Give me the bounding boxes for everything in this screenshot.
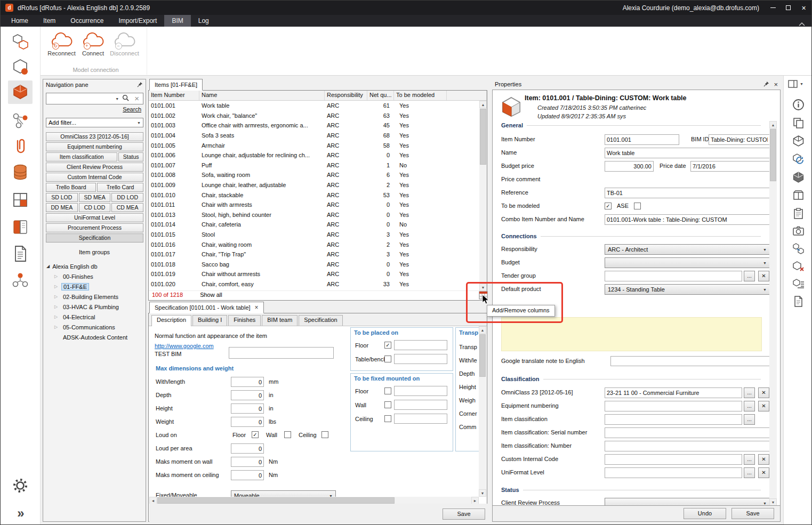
disconnect-button[interactable]: − Disconnect — [109, 30, 140, 64]
menu-item-item[interactable]: Item — [36, 15, 63, 27]
menu-item-log[interactable]: Log — [191, 15, 216, 27]
close-tab-icon[interactable]: × — [255, 304, 259, 311]
scroll-up-icon[interactable]: ▲ — [769, 121, 777, 128]
custom-internal-code-browse-button[interactable]: ... — [744, 454, 755, 465]
loud-per-area-input[interactable] — [231, 443, 264, 454]
table-row[interactable]: 0101.018Sacco bagARC0Yes — [149, 260, 487, 270]
budget-price-input[interactable] — [605, 161, 654, 172]
tree-item[interactable]: ▷01-FF&E — [46, 281, 143, 292]
search-icon[interactable] — [120, 94, 131, 103]
tree-expanded-icon[interactable]: ◢ — [46, 264, 50, 269]
fixed-moveable-dropdown[interactable]: Moveable▼ — [231, 490, 336, 497]
clipboard-icon[interactable] — [791, 206, 806, 221]
tree-collapsed-icon[interactable]: ▷ — [54, 314, 59, 319]
scrollbar-thumb[interactable] — [770, 129, 776, 181]
fixed-on-wall-input[interactable] — [394, 400, 447, 410]
scroll-up-icon[interactable]: ▲ — [479, 101, 487, 108]
info-icon[interactable] — [791, 97, 806, 112]
filter-button[interactable]: CD MEA — [111, 203, 143, 212]
custom-internal-code-input[interactable] — [605, 454, 742, 465]
subtab-building-i[interactable]: Building I — [192, 315, 227, 326]
table-row[interactable]: 0101.004Sofa 3 seatsARC68Yes — [149, 131, 487, 141]
scroll-right-icon[interactable]: ► — [471, 497, 479, 504]
subtab-specification[interactable]: Specification — [299, 315, 342, 326]
maks-moment-ceiling-input[interactable] — [231, 470, 264, 480]
connect-button[interactable]: + Connect — [77, 30, 109, 64]
spec-save-button[interactable]: Save — [443, 508, 485, 520]
maximize-button[interactable] — [781, 1, 796, 15]
tender-group-input[interactable] — [605, 271, 742, 281]
tree-collapsed-icon[interactable]: ▷ — [54, 274, 59, 279]
note-textarea[interactable] — [501, 317, 762, 351]
scrollbar-thumb[interactable] — [157, 497, 395, 504]
bim-id-input[interactable] — [709, 134, 770, 145]
omniclass-browse-button[interactable]: ... — [744, 387, 755, 398]
database-icon[interactable] — [8, 160, 33, 184]
name-input[interactable] — [605, 148, 770, 158]
add-filter-dropdown[interactable]: Add filter...▼ — [46, 118, 143, 127]
search-link[interactable]: Search — [123, 106, 141, 112]
subtab-description[interactable]: Description — [151, 315, 191, 326]
equipment-numbering-clear-button[interactable]: ✕ — [758, 401, 769, 411]
reference-input[interactable] — [605, 188, 770, 198]
scrollbar-thumb[interactable] — [479, 334, 486, 377]
loud-on-floor-checkbox[interactable] — [252, 431, 259, 438]
table-row[interactable]: 0101.002Work chair, "balance"ARC63Yes — [149, 111, 487, 121]
filter-button[interactable]: CD LOD — [79, 203, 111, 212]
scrollbar-thumb[interactable] — [480, 109, 486, 165]
depth-input[interactable] — [231, 390, 264, 400]
properties-save-button[interactable]: Save — [731, 508, 774, 519]
height-input[interactable] — [231, 403, 264, 414]
menu-item-bim[interactable]: BIM — [164, 15, 190, 27]
product-box-icon[interactable] — [791, 188, 806, 203]
omniclass-input[interactable] — [605, 387, 742, 398]
table-row[interactable]: 0101.009Lounge chair, leather, adjustabl… — [149, 180, 487, 190]
table-row[interactable]: 0101.005ArmchairARC58Yes — [149, 140, 487, 150]
tree-collapsed-icon[interactable]: ▷ — [54, 325, 59, 329]
item-classification-input[interactable] — [605, 414, 742, 425]
tree-collapsed-icon[interactable]: ▷ — [54, 284, 59, 289]
reconnect-button[interactable]: ↻ Reconnect — [46, 30, 77, 64]
table-row[interactable]: 0101.013Stool, high, behind counterARC0Y… — [149, 210, 487, 220]
fixed-on-wall-checkbox[interactable] — [384, 401, 391, 408]
unlink-model-icon[interactable] — [791, 259, 806, 273]
column-header[interactable]: Responsibility — [325, 91, 367, 100]
column-header[interactable]: Net qu... — [367, 91, 394, 100]
price-date-input[interactable] — [690, 161, 770, 172]
filter-button[interactable]: DD LOD — [111, 193, 143, 202]
attachments-icon[interactable] — [8, 135, 33, 158]
google-translate-input[interactable] — [610, 356, 770, 366]
equipment-numbering-input[interactable] — [605, 401, 742, 411]
filter-button[interactable]: Specification — [46, 233, 143, 243]
weight-input[interactable] — [231, 417, 264, 427]
specification-tab[interactable]: Specification [0101.001 - Work table] × — [149, 302, 264, 313]
default-product-dropdown[interactable]: 1234 - Standing Table▼ — [605, 284, 770, 295]
table-row[interactable]: 0101.015StoolARC3Yes — [149, 230, 487, 240]
uniformat-input[interactable] — [605, 467, 742, 478]
undo-button[interactable]: Undo — [684, 508, 726, 519]
table-row[interactable]: 0101.010Chair, stackableARC53Yes — [149, 190, 487, 200]
ase-checkbox[interactable] — [634, 203, 641, 209]
equipment-numbering-browse-button[interactable]: ... — [744, 401, 755, 411]
table-row[interactable]: 0101.020Chair, comfort, easyARC33Yes — [149, 279, 487, 289]
maks-moment-wall-input[interactable] — [231, 457, 264, 467]
pin-icon[interactable] — [763, 81, 769, 88]
menu-item-import-export[interactable]: Import/Export — [111, 15, 164, 27]
properties-scrollbar[interactable]: ▲ ▼ — [769, 121, 777, 506]
link-model-icon[interactable] — [791, 241, 806, 256]
placed-on-floor-input[interactable] — [394, 340, 447, 350]
copy-properties-icon[interactable] — [791, 115, 806, 130]
table-row[interactable]: 0101.016Chair, waiting roomARC2Yes — [149, 239, 487, 249]
fixed-on-ceiling-checkbox[interactable] — [384, 415, 391, 422]
table-row[interactable]: 0101.007PuffARC1No — [149, 160, 487, 171]
settings-gear-icon[interactable] — [8, 474, 33, 497]
table-row[interactable]: 0101.014Chair, cafeteriaARC0No — [149, 220, 487, 230]
filter-button[interactable]: DD MEA — [46, 203, 78, 212]
column-header[interactable]: Item Number — [149, 91, 199, 100]
camera-icon[interactable] — [791, 223, 806, 238]
tree-item[interactable]: ▷02-Building Elements — [46, 292, 143, 302]
clear-search-icon[interactable]: × — [131, 94, 143, 104]
table-row[interactable]: 0101.019Chair without armrestsARC0Yes — [149, 269, 487, 279]
placed-on-table-bench-checkbox[interactable] — [384, 356, 391, 362]
scroll-up-icon[interactable]: ▲ — [479, 326, 486, 334]
